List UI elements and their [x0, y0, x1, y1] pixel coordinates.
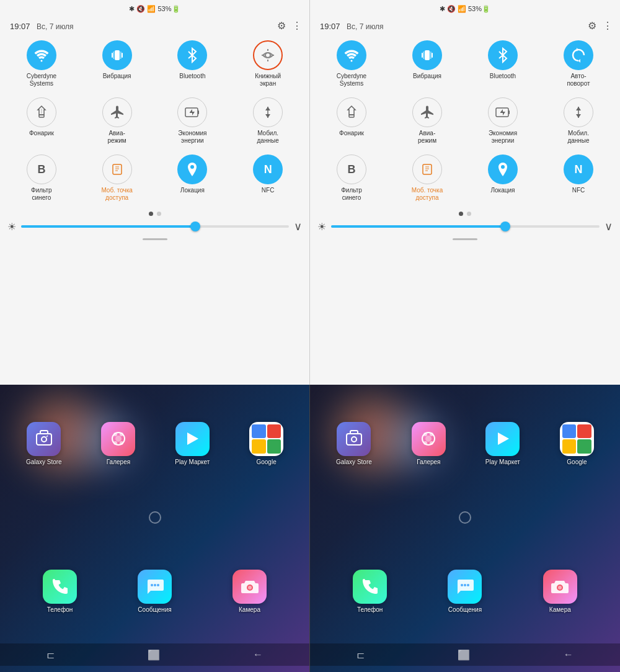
- svg-point-45: [113, 432, 117, 436]
- brightness-thumb-left: [190, 222, 200, 231]
- book-mode-icon-left: [253, 40, 283, 70]
- tile-bluetooth-left[interactable]: Bluetooth: [156, 37, 229, 91]
- home-nav-btn-left[interactable]: ⬜: [148, 649, 160, 661]
- dot-1-right: [459, 212, 463, 216]
- tile-wifi-right[interactable]: CyberdyneSystems: [315, 37, 388, 91]
- location-icon-left: [177, 155, 207, 184]
- svg-rect-5: [120, 52, 122, 59]
- date-right: Вс, 7 июля: [347, 22, 384, 31]
- gallery-label-right: Галерея: [417, 459, 440, 465]
- recent-btn-left[interactable]: ⊏: [46, 649, 55, 661]
- tiles-row1-left: CyberdyneSystems Вибрация Bluetooth Книж…: [0, 34, 309, 94]
- app-camera-right[interactable]: Камера: [543, 570, 577, 613]
- airplane-icon-left: [102, 97, 132, 127]
- tile-hotspot-left[interactable]: Моб. точкадоступа: [81, 151, 154, 205]
- svg-point-44: [115, 436, 122, 442]
- tiles-row3-left: B Фильтрсинего Моб. точкадоступа Локация…: [0, 151, 309, 208]
- hotspot-label-right: Моб. точкадоступа: [412, 187, 443, 202]
- auto-rotate-label-right: Авто-поворот: [567, 73, 590, 87]
- tile-nfc-left[interactable]: N NFC: [231, 151, 304, 205]
- home-nav-btn-right[interactable]: ⬜: [458, 649, 470, 661]
- svg-point-50: [151, 584, 153, 586]
- brightness-fill-right: [331, 225, 505, 228]
- svg-point-64: [461, 584, 463, 586]
- mobile-data-label-left: Мобил.данные: [257, 130, 279, 145]
- tile-mobile-data-right[interactable]: Мобил.данные: [542, 94, 615, 148]
- status-bar-left: ✱ 🔇 📶 53%🔋: [0, 0, 309, 17]
- handle-bar-left: [143, 238, 167, 240]
- flashlight-label-right: Фонарик: [339, 130, 364, 137]
- tile-mobile-data-left[interactable]: Мобил.данные: [231, 94, 304, 148]
- wifi-label-right: CyberdyneSystems: [337, 73, 366, 87]
- qs-header-left: 19:07 Вс, 7 июля ⚙ ⋮: [0, 17, 309, 34]
- more-icon-right[interactable]: ⋮: [603, 20, 613, 32]
- tile-book-mode-left[interactable]: Книжныйэкран: [231, 37, 304, 91]
- signal-status-icon-r: 📶: [458, 5, 466, 13]
- app-gallery-right[interactable]: Галерея: [412, 422, 446, 465]
- tile-auto-rotate-right[interactable]: Авто-поворот: [542, 37, 615, 91]
- expand-icon-left[interactable]: ∨: [294, 220, 302, 233]
- app-messages-left[interactable]: Сообщения: [138, 570, 172, 613]
- tile-flashlight-left[interactable]: Фонарик: [5, 94, 78, 148]
- app-messages-right[interactable]: Сообщения: [448, 570, 482, 613]
- recent-btn-right[interactable]: ⊏: [356, 649, 365, 661]
- notification-panels: ✱ 🔇 📶 53%🔋 19:07 Вс, 7 июля ⚙ ⋮: [0, 0, 620, 385]
- google-label-left: Google: [256, 459, 276, 465]
- settings-icon-left[interactable]: ⚙: [277, 20, 286, 32]
- more-icon-left[interactable]: ⋮: [292, 20, 302, 32]
- tile-hotspot-right[interactable]: Моб. точкадоступа: [391, 151, 464, 205]
- tile-blue-filter-right[interactable]: B Фильтрсинего: [315, 151, 388, 205]
- tile-bluetooth-right[interactable]: Bluetooth: [466, 37, 539, 91]
- blue-filter-icon-left: B: [27, 155, 56, 184]
- tile-battery-save-right[interactable]: Экономияэнергии: [466, 94, 539, 148]
- mobile-data-icon-right: [564, 97, 593, 127]
- tile-location-left[interactable]: Локация: [156, 151, 229, 205]
- tile-battery-save-left[interactable]: Экономияэнергии: [156, 94, 229, 148]
- vibration-icon-left: [102, 40, 132, 70]
- tile-location-right[interactable]: Локация: [466, 151, 539, 205]
- brightness-slider-left[interactable]: [21, 225, 289, 228]
- back-btn-left[interactable]: ←: [253, 649, 263, 660]
- app-camera-left[interactable]: Камера: [232, 570, 267, 613]
- tile-nfc-right[interactable]: N NFC: [542, 151, 615, 205]
- tile-wifi-left[interactable]: CyberdyneSystems: [5, 37, 78, 91]
- app-galaxy-store-right[interactable]: Galaxy Store: [336, 422, 372, 465]
- app-play-market-right[interactable]: Play Маркет: [485, 422, 520, 465]
- mute-status-icon-r: 🔇: [447, 5, 456, 13]
- app-gallery-left[interactable]: Галерея: [101, 422, 135, 465]
- app-galaxy-store-left[interactable]: Galaxy Store: [26, 422, 62, 465]
- handle-bar-right: [453, 238, 477, 240]
- tile-airplane-left[interactable]: Авиа-режим: [81, 94, 154, 148]
- play-market-icon-right: [485, 422, 520, 456]
- app-phone-left[interactable]: Телефон: [43, 570, 77, 613]
- tile-flashlight-right[interactable]: Фонарик: [315, 94, 388, 148]
- phone-icon-right: [353, 570, 387, 604]
- auto-rotate-icon-right: [564, 40, 593, 70]
- nfc-label-right: NFC: [572, 187, 585, 194]
- phone-label-left: Телефон: [47, 606, 73, 613]
- back-btn-right[interactable]: ←: [564, 649, 574, 660]
- battery-save-label-right: Экономияэнергии: [489, 130, 517, 145]
- svg-rect-24: [422, 53, 423, 58]
- app-play-market-left[interactable]: Play Маркет: [175, 422, 210, 465]
- tile-vibration-left[interactable]: Вибрация: [81, 37, 154, 91]
- location-label-left: Локация: [180, 187, 205, 194]
- settings-icon-right[interactable]: ⚙: [588, 20, 596, 32]
- tile-airplane-right[interactable]: Авиа-режим: [391, 94, 464, 148]
- svg-marker-29: [578, 59, 580, 63]
- tile-vibration-right[interactable]: Вибрация: [391, 37, 464, 91]
- messages-label-left: Сообщения: [138, 606, 171, 613]
- app-phone-right[interactable]: Телефон: [353, 570, 387, 613]
- app-google-left[interactable]: Google: [249, 422, 283, 465]
- vibration-label-right: Вибрация: [413, 73, 441, 80]
- galaxy-store-icon-right: [337, 422, 371, 456]
- bluetooth-status-icon-r: ✱: [440, 5, 445, 13]
- home-btn-right: [459, 511, 471, 524]
- brightness-slider-right[interactable]: [331, 225, 600, 228]
- app-google-right[interactable]: Google: [560, 422, 594, 465]
- tile-blue-filter-left[interactable]: B Фильтрсинего: [5, 151, 78, 205]
- svg-point-21: [190, 165, 194, 169]
- time-date-right: 19:07 Вс, 7 июля: [320, 20, 384, 32]
- expand-icon-right[interactable]: ∨: [604, 220, 613, 233]
- svg-point-59: [423, 432, 427, 436]
